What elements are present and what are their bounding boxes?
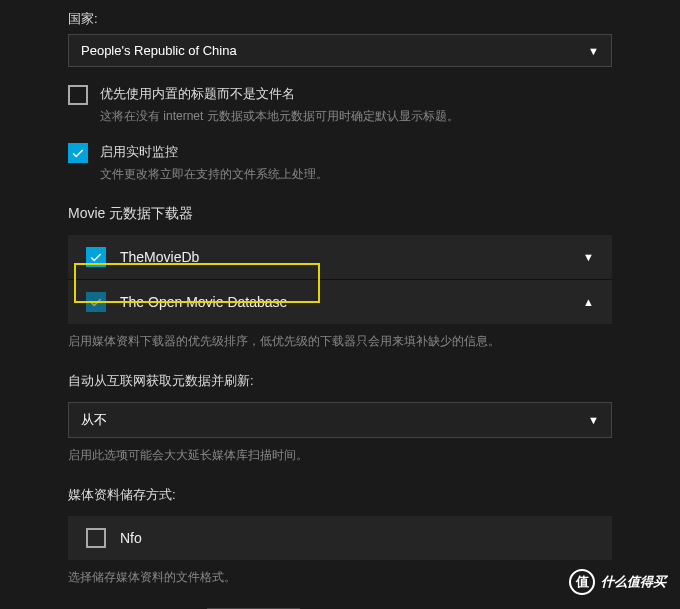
downloader-label: The Open Movie Database (120, 294, 569, 310)
refresh-hint: 启用此选项可能会大大延长媒体库扫描时间。 (68, 446, 612, 464)
prefer-embedded-desc: 这将在没有 internet 元数据或本地元数据可用时确定默认显示标题。 (100, 107, 612, 125)
storage-label: 媒体资料储存方式: (68, 486, 612, 504)
downloader-themoviedb[interactable]: TheMovieDb ▼ (68, 235, 612, 279)
themoviedb-checkbox[interactable] (86, 247, 106, 267)
country-value: People's Republic of China (81, 43, 237, 58)
refresh-select[interactable]: 从不 ▼ (68, 402, 612, 438)
watermark: 值 什么值得买 (569, 569, 666, 595)
downloaders-hint: 启用媒体资料下载器的优先级排序，低优先级的下载器只会用来填补缺少的信息。 (68, 332, 612, 350)
downloader-omdb[interactable]: The Open Movie Database ▲ (68, 279, 612, 324)
watermark-badge: 值 (569, 569, 595, 595)
country-label: 国家: (68, 10, 612, 28)
storage-list: Nfo (68, 516, 612, 560)
realtime-monitor-checkbox[interactable] (68, 143, 88, 163)
watermark-text: 什么值得买 (601, 573, 666, 591)
downloaders-title: Movie 元数据下载器 (68, 205, 612, 223)
chevron-down-icon: ▼ (588, 45, 599, 57)
refresh-label: 自动从互联网获取元数据并刷新: (68, 372, 612, 390)
storage-item-label: Nfo (120, 530, 594, 546)
realtime-monitor-title: 启用实时监控 (100, 143, 612, 161)
downloader-label: TheMovieDb (120, 249, 569, 265)
nfo-checkbox[interactable] (86, 528, 106, 548)
realtime-monitor-desc: 文件更改将立即在支持的文件系统上处理。 (100, 165, 612, 183)
omdb-checkbox[interactable] (86, 292, 106, 312)
country-select[interactable]: People's Republic of China ▼ (68, 34, 612, 67)
downloaders-list: TheMovieDb ▼ The Open Movie Database ▲ (68, 235, 612, 324)
prefer-embedded-checkbox[interactable] (68, 85, 88, 105)
storage-hint: 选择储存媒体资料的文件格式。 (68, 568, 612, 586)
chevron-down-icon[interactable]: ▼ (583, 251, 594, 263)
storage-nfo[interactable]: Nfo (68, 516, 612, 560)
prefer-embedded-title: 优先使用内置的标题而不是文件名 (100, 85, 612, 103)
refresh-value: 从不 (81, 411, 107, 429)
chevron-down-icon: ▼ (588, 414, 599, 426)
chevron-up-icon[interactable]: ▲ (583, 296, 594, 308)
